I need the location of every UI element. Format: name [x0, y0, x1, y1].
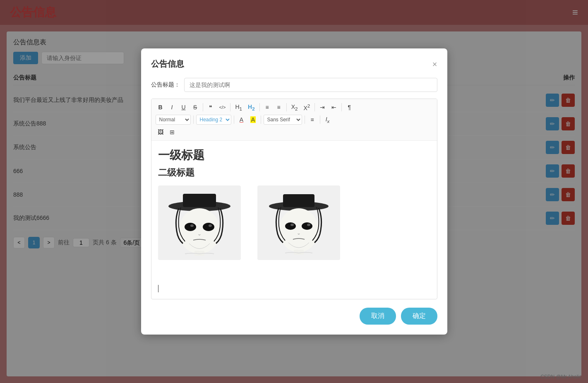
paragraph-btn[interactable]: ¶ — [344, 102, 354, 112]
svg-point-10 — [279, 208, 319, 252]
code-btn[interactable]: </> — [217, 102, 228, 112]
anime-svg-1 — [162, 190, 237, 256]
table-icon: ⊞ — [170, 129, 175, 135]
h2-btn[interactable]: H2 — [246, 102, 257, 112]
font-color-btn[interactable]: A — [237, 115, 247, 125]
modal-header: 公告信息 × — [151, 58, 437, 70]
sep-2 — [230, 103, 230, 111]
sep-9 — [261, 116, 261, 124]
confirm-btn[interactable]: 确定 — [401, 308, 437, 325]
anime-svg-2 — [262, 190, 336, 256]
editor-toolbar: B I U S ❝ </> H1 H2 ≡ ≡ X2 X2 — [151, 99, 437, 141]
sep-3 — [259, 103, 260, 111]
svg-point-2 — [179, 208, 220, 254]
highlight-btn[interactable]: A — [248, 115, 258, 125]
bold-btn[interactable]: B — [156, 102, 166, 112]
font-select[interactable]: Sans Serif Serif Monospace — [264, 115, 302, 125]
bold-icon: B — [158, 104, 162, 111]
font-color-icon: A — [240, 116, 243, 123]
sep-10 — [305, 116, 305, 124]
indent-right-btn[interactable]: ⇥ — [317, 102, 327, 112]
strikethrough-btn[interactable]: S — [190, 102, 200, 112]
modal-dialog: 公告信息 × 公告标题： B I U S ❝ </> H1 — [141, 48, 447, 335]
modal-close-btn[interactable]: × — [432, 60, 437, 68]
paragraph-icon: ¶ — [348, 104, 351, 111]
ordered-list-icon: ≡ — [266, 104, 269, 111]
svg-point-11 — [285, 222, 296, 230]
italic-icon: I — [171, 104, 173, 111]
italic-btn[interactable]: I — [167, 102, 177, 112]
modal-title: 公告信息 — [151, 58, 184, 70]
toolbar-row-3: 🖼 ⊞ — [156, 127, 433, 137]
indent-left-icon: ⇤ — [331, 104, 336, 111]
underline-btn[interactable]: U — [179, 102, 189, 112]
clear-format-icon: Ix — [326, 116, 330, 124]
sep-6 — [341, 103, 342, 111]
image-1 — [158, 185, 241, 260]
superscript-icon: X2 — [303, 103, 310, 111]
announcement-input[interactable] — [184, 78, 437, 92]
align-icon: ≡ — [310, 116, 314, 123]
announcement-label: 公告标题： — [151, 81, 184, 89]
editor-content[interactable]: 一级标题 二级标题 — [151, 141, 437, 299]
underline-icon: U — [181, 104, 185, 111]
quote-icon: ❝ — [209, 104, 212, 111]
quote-btn[interactable]: ❝ — [206, 102, 216, 112]
superscript-btn[interactable]: X2 — [301, 102, 312, 112]
sep-4 — [286, 103, 287, 111]
h2-icon: H2 — [248, 104, 255, 111]
insert-table-btn[interactable]: ⊞ — [167, 127, 177, 137]
sep-11 — [320, 116, 320, 124]
h1-btn[interactable]: H1 — [233, 102, 244, 112]
clear-format-btn[interactable]: Ix — [323, 115, 333, 125]
cancel-btn[interactable]: 取消 — [360, 308, 396, 325]
subscript-icon: X2 — [291, 104, 298, 111]
ordered-list-btn[interactable]: ≡ — [262, 102, 272, 112]
sep-5 — [314, 103, 315, 111]
sep-7 — [193, 116, 194, 124]
align-btn[interactable]: ≡ — [307, 115, 317, 125]
svg-point-14 — [307, 224, 310, 226]
rich-text-editor: B I U S ❝ </> H1 H2 ≡ ≡ X2 X2 — [151, 99, 437, 299]
strikethrough-icon: S — [193, 104, 197, 111]
heading-select[interactable]: Heading 2 Heading 1 Heading 3 — [196, 115, 231, 125]
sep-1 — [203, 103, 203, 111]
toolbar-row-2: Normal Heading 1 Heading 2 Heading 3 Hea… — [156, 115, 433, 125]
announcement-field: 公告标题： — [151, 78, 437, 92]
svg-point-3 — [185, 223, 196, 231]
indent-right-icon: ⇥ — [320, 104, 325, 111]
image-2 — [257, 185, 340, 260]
svg-rect-9 — [283, 194, 314, 207]
svg-point-4 — [190, 224, 194, 227]
text-cursor — [158, 285, 158, 292]
sep-8 — [234, 116, 234, 124]
h1-icon: H1 — [235, 104, 242, 111]
indent-left-btn[interactable]: ⇤ — [329, 102, 339, 112]
code-icon: </> — [219, 105, 226, 110]
modal-overlay: 公告信息 × 公告标题： B I U S ❝ </> H1 — [0, 0, 588, 383]
image-icon: 🖼 — [158, 129, 163, 135]
subscript-btn[interactable]: X2 — [289, 102, 300, 112]
modal-footer: 取消 确定 — [151, 308, 437, 325]
unordered-list-icon: ≡ — [277, 104, 281, 111]
format-select[interactable]: Normal Heading 1 Heading 2 Heading 3 — [156, 115, 191, 125]
toolbar-row-1: B I U S ❝ </> H1 H2 ≡ ≡ X2 X2 — [156, 102, 433, 112]
editor-images — [158, 185, 430, 260]
svg-rect-1 — [183, 194, 216, 207]
svg-point-5 — [203, 223, 214, 231]
editor-h2-text: 二级标题 — [158, 166, 430, 179]
unordered-list-btn[interactable]: ≡ — [274, 102, 284, 112]
highlight-icon: A — [250, 116, 256, 123]
editor-h1-text: 一级标题 — [158, 147, 430, 163]
svg-point-6 — [209, 224, 212, 227]
insert-image-btn[interactable]: 🖼 — [156, 127, 166, 137]
editor-cursor-area — [158, 268, 430, 292]
svg-point-12 — [290, 224, 294, 226]
svg-point-13 — [302, 222, 312, 230]
